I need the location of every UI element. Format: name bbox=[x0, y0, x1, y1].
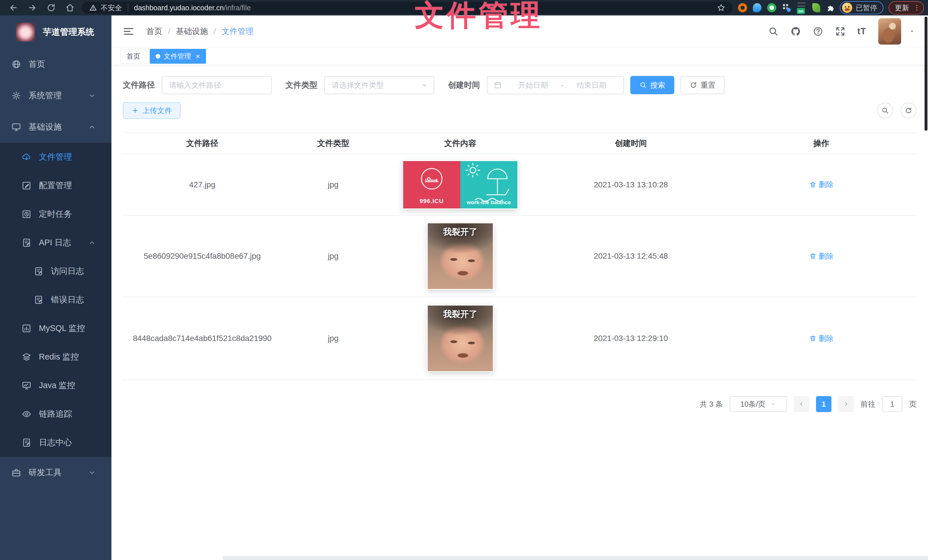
page-number-button[interactable]: 1 bbox=[816, 396, 832, 412]
sidebar-item-infra[interactable]: 基础设施 bbox=[0, 111, 111, 143]
reload-icon[interactable] bbox=[46, 3, 56, 12]
toggle-search-button[interactable] bbox=[877, 102, 893, 119]
extension-blue-icon[interactable] bbox=[753, 3, 762, 12]
file-path-input[interactable] bbox=[162, 76, 272, 94]
browser-scrollbar-thumb[interactable] bbox=[925, 17, 927, 131]
bookmark-star-icon[interactable] bbox=[717, 3, 725, 12]
chevron-up-icon bbox=[88, 239, 96, 247]
delete-link[interactable]: 删除 bbox=[809, 180, 834, 190]
page-title-watermark: 文件管理 bbox=[415, 0, 543, 35]
github-icon[interactable] bbox=[791, 26, 801, 37]
sidebar-item-redis[interactable]: Redis 监控 bbox=[0, 343, 111, 371]
sidebar-item-access-log[interactable]: 访问日志 bbox=[0, 257, 111, 286]
extension-green-icon[interactable] bbox=[767, 3, 776, 12]
meme-left-caption: 996.ICU bbox=[403, 198, 460, 204]
file-preview-image[interactable]: 我裂开了 bbox=[428, 223, 493, 289]
bottom-scroll-strip bbox=[223, 556, 928, 560]
user-avatar[interactable] bbox=[878, 18, 901, 44]
column-header-time: 创建时间 bbox=[536, 138, 726, 149]
pagination: 共 3 条 10条/页 1 前往 页 bbox=[123, 396, 917, 412]
file-preview-image[interactable]: 我裂开了 bbox=[428, 306, 493, 371]
help-icon[interactable] bbox=[813, 26, 823, 37]
reset-button[interactable]: 重置 bbox=[681, 76, 725, 94]
sidebar-item-config[interactable]: 配置管理 bbox=[0, 171, 111, 200]
page-size-label: 10条/页 bbox=[740, 399, 765, 409]
extension-switch-icon[interactable]: on bbox=[797, 2, 807, 14]
tag-home[interactable]: 首页 bbox=[121, 49, 146, 64]
main-area: 首页 / 基础设施 / 文件管理 tT 首页 bbox=[111, 15, 928, 560]
file-preview-image[interactable]: 996.ICU bbox=[403, 161, 517, 208]
reset-button-label: 重置 bbox=[701, 80, 716, 90]
sidebar-item-java[interactable]: Java 监控 bbox=[0, 371, 111, 400]
eye-icon bbox=[22, 409, 31, 419]
chevron-left-icon bbox=[798, 401, 804, 407]
browser-menu-dots-icon[interactable] bbox=[913, 4, 920, 11]
not-secure-warning-icon bbox=[89, 4, 97, 12]
sidebar-item-system[interactable]: 系统管理 bbox=[0, 80, 111, 111]
file-type-placeholder: 请选择文件类型 bbox=[332, 80, 384, 90]
extension-grid-icon[interactable] bbox=[782, 3, 791, 12]
sidebar-item-label: 研发工具 bbox=[29, 467, 62, 478]
sidebar-item-error-log[interactable]: 错误日志 bbox=[0, 286, 111, 314]
page-size-select[interactable]: 10条/页 bbox=[730, 396, 787, 412]
font-size-icon[interactable]: tT bbox=[858, 26, 866, 37]
sidebar-item-log-center[interactable]: 日志中心 bbox=[0, 428, 111, 457]
upload-file-button[interactable]: 上传文件 bbox=[123, 102, 180, 119]
date-range-separator: - bbox=[559, 81, 566, 90]
sidebar-item-dev-tools[interactable]: 研发工具 bbox=[0, 457, 111, 488]
date-range-picker[interactable]: 开始日期 - 结束日期 bbox=[487, 76, 624, 94]
refresh-table-button[interactable] bbox=[901, 102, 917, 119]
sidebar-item-tracing[interactable]: 链路追踪 bbox=[0, 400, 111, 428]
goto-page-input[interactable] bbox=[882, 396, 902, 412]
search-button[interactable]: 搜索 bbox=[630, 76, 674, 94]
column-header-type: 文件类型 bbox=[282, 138, 385, 149]
sidebar-item-label: API 日志 bbox=[39, 237, 71, 248]
address-bar[interactable]: 不安全 dashboard.yudao.iocoder.cn /infra/fi… bbox=[82, 2, 733, 14]
sidebar-item-label: 文件管理 bbox=[39, 151, 72, 163]
sidebar-item-mysql[interactable]: MySQL 监控 bbox=[0, 314, 111, 343]
cell-create-time: 2021-03-13 12:45:48 bbox=[536, 251, 726, 261]
forward-icon[interactable] bbox=[27, 3, 37, 12]
sidebar-item-file-manage[interactable]: 文件管理 bbox=[0, 143, 111, 171]
delete-link[interactable]: 删除 bbox=[809, 251, 834, 261]
end-date-placeholder: 结束日期 bbox=[566, 80, 617, 90]
sidebar-item-label: Redis 监控 bbox=[39, 351, 79, 363]
breadcrumb-infra[interactable]: 基础设施 bbox=[176, 26, 208, 37]
tag-file-manage[interactable]: 文件管理 × bbox=[150, 49, 206, 64]
hamburger-collapse-icon[interactable] bbox=[123, 26, 134, 37]
browser-update-button[interactable]: 更新 bbox=[888, 1, 924, 15]
delete-label: 删除 bbox=[819, 180, 834, 190]
extension-leaf-icon[interactable] bbox=[812, 3, 820, 12]
fullscreen-icon[interactable] bbox=[835, 26, 846, 37]
tag-label: 文件管理 bbox=[164, 52, 191, 61]
sidebar-logo[interactable]: 芋道管理系统 bbox=[0, 15, 111, 49]
search-icon[interactable] bbox=[768, 26, 778, 37]
back-icon[interactable] bbox=[9, 3, 18, 12]
avatar-caret-down-icon[interactable] bbox=[908, 28, 916, 35]
sidebar-item-job[interactable]: 定时任务 bbox=[0, 200, 111, 228]
extension-orange-icon[interactable] bbox=[738, 3, 747, 12]
breadcrumb-current[interactable]: 文件管理 bbox=[222, 26, 254, 37]
sidebar-item-label: 系统管理 bbox=[29, 90, 62, 101]
breadcrumb-home[interactable]: 首页 bbox=[146, 26, 162, 37]
start-date-placeholder: 开始日期 bbox=[507, 80, 559, 90]
tag-close-icon[interactable]: × bbox=[196, 53, 200, 60]
next-page-button[interactable] bbox=[838, 396, 854, 412]
cell-create-time: 2021-03-13 13:10:28 bbox=[536, 180, 726, 189]
layers-icon bbox=[22, 352, 31, 362]
extensions-puzzle-icon[interactable] bbox=[826, 3, 835, 12]
profile-paused-pill[interactable]: 已暂停 bbox=[840, 1, 884, 14]
breadcrumb-separator: / bbox=[214, 27, 216, 36]
home-icon[interactable] bbox=[65, 3, 75, 12]
tag-active-dot bbox=[156, 54, 160, 59]
sidebar-item-api-log[interactable]: API 日志 bbox=[0, 228, 111, 257]
file-type-select[interactable]: 请选择文件类型 bbox=[324, 76, 434, 94]
url-path: /infra/file bbox=[224, 4, 250, 12]
app-body: 芋道管理系统 首页 系统管理 基础设施 文件管理 bbox=[0, 15, 928, 560]
delete-label: 删除 bbox=[819, 251, 834, 261]
cloud-download-icon bbox=[22, 152, 31, 162]
sidebar: 芋道管理系统 首页 系统管理 基础设施 文件管理 bbox=[0, 15, 111, 560]
sidebar-item-home[interactable]: 首页 bbox=[0, 49, 111, 80]
prev-page-button[interactable] bbox=[794, 396, 809, 412]
delete-link[interactable]: 删除 bbox=[809, 333, 834, 344]
